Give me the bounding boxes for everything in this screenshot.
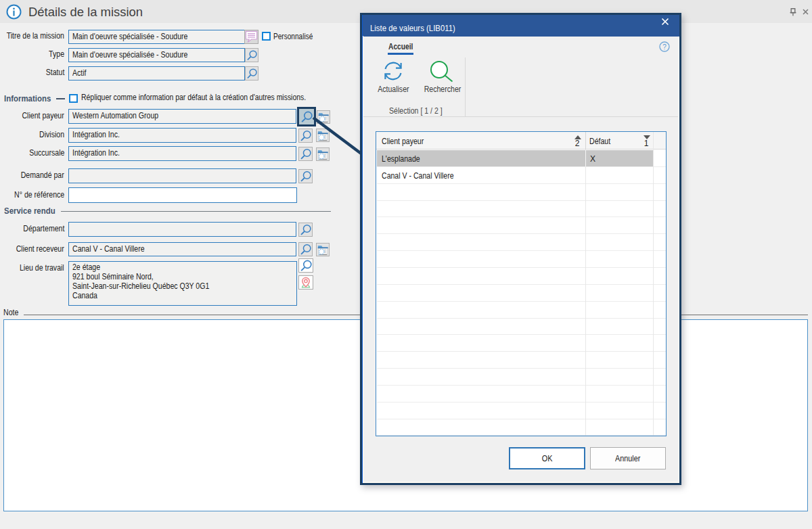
svg-text:?: ? [662, 43, 667, 51]
